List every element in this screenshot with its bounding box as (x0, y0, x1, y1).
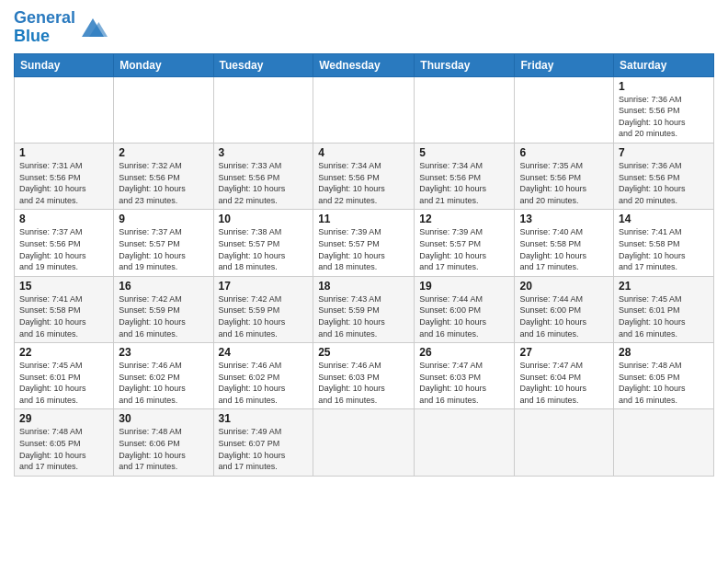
day-number: 7 (619, 146, 709, 159)
page-container: General Blue SundayMondayTuesdayWednesda… (0, 0, 728, 486)
day-info: Sunrise: 7:49 AMSunset: 6:07 PMDaylight:… (219, 426, 309, 472)
col-header-wednesday: Wednesday (313, 53, 415, 76)
day-info: Sunrise: 7:37 AMSunset: 5:57 PMDaylight:… (119, 226, 208, 272)
calendar-cell: 16 Sunrise: 7:42 AMSunset: 5:59 PMDaylig… (114, 276, 213, 342)
day-info: Sunrise: 7:31 AMSunset: 5:56 PMDaylight:… (19, 160, 108, 206)
calendar-cell: 10 Sunrise: 7:38 AMSunset: 5:57 PMDaylig… (213, 210, 313, 276)
day-number: 2 (119, 146, 208, 159)
day-info: Sunrise: 7:41 AMSunset: 5:58 PMDaylight:… (19, 293, 108, 339)
day-info: Sunrise: 7:45 AMSunset: 6:01 PMDaylight:… (619, 293, 709, 339)
calendar-week-row: 8 Sunrise: 7:37 AMSunset: 5:56 PMDayligh… (15, 210, 714, 276)
calendar-cell: 14 Sunrise: 7:41 AMSunset: 5:58 PMDaylig… (614, 210, 714, 276)
col-header-saturday: Saturday (614, 53, 714, 76)
calendar-cell: 17 Sunrise: 7:42 AMSunset: 5:59 PMDaylig… (213, 276, 313, 342)
day-number: 8 (19, 213, 108, 225)
calendar-cell (114, 76, 213, 143)
day-info: Sunrise: 7:45 AMSunset: 6:01 PMDaylight:… (19, 360, 108, 406)
logo-text2: Blue (14, 28, 75, 46)
calendar-cell (415, 409, 515, 476)
day-number: 1 (19, 146, 108, 159)
col-header-monday: Monday (114, 53, 213, 76)
day-info: Sunrise: 7:35 AMSunset: 5:56 PMDaylight:… (519, 160, 609, 206)
day-number: 19 (419, 280, 509, 293)
day-info: Sunrise: 7:36 AMSunset: 5:56 PMDaylight:… (619, 160, 709, 206)
calendar-cell (614, 409, 714, 476)
calendar-cell: 8 Sunrise: 7:37 AMSunset: 5:56 PMDayligh… (15, 210, 114, 276)
calendar-cell: 22 Sunrise: 7:45 AMSunset: 6:01 PMDaylig… (15, 343, 114, 409)
day-number: 9 (119, 213, 208, 225)
calendar-cell: 29 Sunrise: 7:48 AMSunset: 6:05 PMDaylig… (15, 409, 114, 476)
day-info: Sunrise: 7:46 AMSunset: 6:02 PMDaylight:… (119, 360, 208, 406)
logo-icon (78, 15, 108, 40)
day-number: 23 (119, 346, 208, 359)
day-number: 24 (219, 346, 309, 359)
day-info: Sunrise: 7:40 AMSunset: 5:58 PMDaylight:… (519, 226, 609, 272)
calendar-week-row: 22 Sunrise: 7:45 AMSunset: 6:01 PMDaylig… (15, 343, 714, 409)
col-header-thursday: Thursday (415, 53, 515, 76)
day-number: 11 (318, 213, 409, 225)
day-number: 31 (219, 412, 309, 425)
day-number: 14 (619, 213, 709, 225)
header: General Blue (14, 9, 714, 46)
calendar-cell (515, 409, 614, 476)
day-number: 6 (519, 146, 609, 159)
logo: General Blue (14, 9, 108, 46)
calendar-cell: 27 Sunrise: 7:47 AMSunset: 6:04 PMDaylig… (515, 343, 614, 409)
day-number: 12 (419, 213, 509, 225)
day-number: 29 (19, 412, 108, 425)
day-number: 3 (219, 146, 309, 159)
day-info: Sunrise: 7:37 AMSunset: 5:56 PMDaylight:… (19, 226, 108, 272)
day-number: 28 (619, 346, 709, 359)
calendar-cell: 23 Sunrise: 7:46 AMSunset: 6:02 PMDaylig… (114, 343, 213, 409)
day-info: Sunrise: 7:32 AMSunset: 5:56 PMDaylight:… (119, 160, 208, 206)
col-header-sunday: Sunday (15, 53, 114, 76)
day-number: 4 (318, 146, 409, 159)
day-number: 15 (19, 280, 108, 293)
calendar-cell: 18 Sunrise: 7:43 AMSunset: 5:59 PMDaylig… (313, 276, 415, 342)
day-number: 10 (219, 213, 309, 225)
calendar-cell: 12 Sunrise: 7:39 AMSunset: 5:57 PMDaylig… (415, 210, 515, 276)
calendar-cell: 1 Sunrise: 7:31 AMSunset: 5:56 PMDayligh… (15, 143, 114, 209)
day-number: 25 (318, 346, 409, 359)
calendar-header-row: SundayMondayTuesdayWednesdayThursdayFrid… (15, 53, 714, 76)
day-number: 20 (519, 280, 609, 293)
day-number: 1 (619, 80, 709, 93)
calendar-cell: 6 Sunrise: 7:35 AMSunset: 5:56 PMDayligh… (515, 143, 614, 209)
calendar-cell: 4 Sunrise: 7:34 AMSunset: 5:56 PMDayligh… (313, 143, 415, 209)
calendar-cell: 3 Sunrise: 7:33 AMSunset: 5:56 PMDayligh… (213, 143, 313, 209)
day-info: Sunrise: 7:39 AMSunset: 5:57 PMDaylight:… (419, 226, 509, 272)
day-info: Sunrise: 7:48 AMSunset: 6:06 PMDaylight:… (119, 426, 208, 472)
calendar-cell: 5 Sunrise: 7:34 AMSunset: 5:56 PMDayligh… (415, 143, 515, 209)
day-info: Sunrise: 7:36 AMSunset: 5:56 PMDaylight:… (619, 94, 709, 140)
calendar-cell: 11 Sunrise: 7:39 AMSunset: 5:57 PMDaylig… (313, 210, 415, 276)
day-info: Sunrise: 7:46 AMSunset: 6:02 PMDaylight:… (219, 360, 309, 406)
day-number: 16 (119, 280, 208, 293)
calendar-cell: 13 Sunrise: 7:40 AMSunset: 5:58 PMDaylig… (515, 210, 614, 276)
calendar-cell (313, 76, 415, 143)
calendar-cell: 25 Sunrise: 7:46 AMSunset: 6:03 PMDaylig… (313, 343, 415, 409)
day-info: Sunrise: 7:47 AMSunset: 6:04 PMDaylight:… (519, 360, 609, 406)
calendar-cell: 1 Sunrise: 7:36 AMSunset: 5:56 PMDayligh… (614, 76, 714, 143)
day-info: Sunrise: 7:48 AMSunset: 6:05 PMDaylight:… (619, 360, 709, 406)
calendar-cell: 20 Sunrise: 7:44 AMSunset: 6:00 PMDaylig… (515, 276, 614, 342)
day-number: 22 (19, 346, 108, 359)
calendar-cell (15, 76, 114, 143)
logo-text: General (14, 9, 75, 28)
day-info: Sunrise: 7:34 AMSunset: 5:56 PMDaylight:… (318, 160, 409, 206)
calendar-week-row: 15 Sunrise: 7:41 AMSunset: 5:58 PMDaylig… (15, 276, 714, 342)
calendar-cell (213, 76, 313, 143)
col-header-tuesday: Tuesday (213, 53, 313, 76)
calendar-cell: 9 Sunrise: 7:37 AMSunset: 5:57 PMDayligh… (114, 210, 213, 276)
day-number: 5 (419, 146, 509, 159)
day-info: Sunrise: 7:39 AMSunset: 5:57 PMDaylight:… (318, 226, 409, 272)
calendar-table: SundayMondayTuesdayWednesdayThursdayFrid… (14, 53, 714, 477)
calendar-cell: 2 Sunrise: 7:32 AMSunset: 5:56 PMDayligh… (114, 143, 213, 209)
calendar-cell: 7 Sunrise: 7:36 AMSunset: 5:56 PMDayligh… (614, 143, 714, 209)
day-number: 17 (219, 280, 309, 293)
day-info: Sunrise: 7:38 AMSunset: 5:57 PMDaylight:… (219, 226, 309, 272)
calendar-week-row: 1 Sunrise: 7:31 AMSunset: 5:56 PMDayligh… (15, 143, 714, 209)
calendar-cell: 15 Sunrise: 7:41 AMSunset: 5:58 PMDaylig… (15, 276, 114, 342)
day-info: Sunrise: 7:33 AMSunset: 5:56 PMDaylight:… (219, 160, 309, 206)
day-info: Sunrise: 7:47 AMSunset: 6:03 PMDaylight:… (419, 360, 509, 406)
calendar-cell: 31 Sunrise: 7:49 AMSunset: 6:07 PMDaylig… (213, 409, 313, 476)
